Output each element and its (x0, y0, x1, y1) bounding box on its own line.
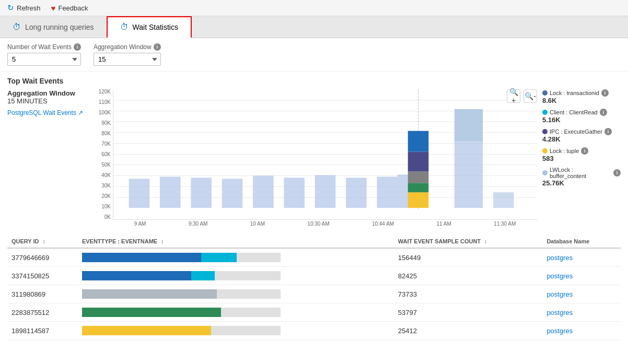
legend-value: 583 (542, 155, 621, 162)
svg-rect-22 (408, 183, 429, 192)
svg-rect-30 (493, 192, 514, 198)
bar-segment (215, 271, 280, 280)
zoom-out-button[interactable]: 🔍- (524, 89, 537, 103)
svg-rect-18 (346, 178, 367, 208)
data-table: QUERY ID ↕ EVENTTYPE : EVENTNAME ↕ WAIT … (7, 235, 621, 340)
wait-count-cell: 82425 (394, 267, 543, 285)
chart-wrapper: Aggregation Window 15 MINUTES PostgreSQL… (7, 89, 621, 227)
wait-count-cell: 156449 (394, 248, 543, 267)
bar-segment (82, 289, 217, 299)
postgresql-wait-events-link[interactable]: PostgreSQL Wait Events ↗ (7, 109, 86, 116)
db-link[interactable]: postgres (546, 254, 573, 262)
bar-segment (191, 271, 215, 280)
legend-name: Lock : tuple i (542, 147, 621, 155)
y-axis-label: 20K (91, 194, 111, 199)
legend-value: 4.28K (542, 135, 621, 143)
eventtype-cell (78, 322, 394, 340)
bar-cell (82, 271, 390, 280)
refresh-label: Refresh (17, 4, 41, 12)
svg-rect-27 (455, 142, 483, 208)
tab-wait-statistics[interactable]: ⏱ Wait Statistics (107, 16, 192, 38)
legend-label: IPC : ExecuteGather (550, 128, 602, 135)
eventtype-cell (78, 248, 394, 267)
col-query-id[interactable]: QUERY ID ↕ (7, 235, 78, 248)
legend-name: Client : ClientRead i (542, 109, 621, 116)
svg-rect-16 (284, 178, 305, 208)
table-row: 311980869 73733 postgres (7, 285, 621, 303)
zoom-in-button[interactable]: 🔍+ (507, 89, 520, 103)
refresh-button[interactable]: ↻ Refresh (7, 3, 41, 13)
chart-zoom-controls: 🔍+ 🔍- (507, 89, 537, 103)
col-eventtype[interactable]: EVENTTYPE : EVENTNAME ↕ (78, 235, 394, 248)
chart-bars: ▲ ▲ (113, 89, 537, 220)
legend-item: Client : ClientRead i 5.16K (542, 109, 621, 124)
svg-rect-14 (222, 179, 243, 208)
y-axis-label: 70K (91, 142, 111, 147)
legend-info-icon: i (601, 89, 609, 97)
db-link[interactable]: postgres (546, 309, 573, 316)
x-label-11am: 11 AM (436, 221, 451, 227)
table-row: 3779646669 156449 postgres (7, 248, 621, 267)
toolbar: ↻ Refresh ♥ Feedback (0, 0, 628, 16)
tab-bar: ⏱ Long running queries ⏱ Wait Statistics (0, 16, 628, 38)
db-link[interactable]: postgres (546, 327, 573, 335)
eventtype-cell (78, 267, 394, 285)
bar-segment (217, 289, 281, 299)
col-db-name: Database Name (542, 235, 621, 248)
feedback-label: Feedback (58, 4, 88, 12)
legend-value: 25.76K (542, 179, 621, 187)
bar-segment (221, 308, 281, 317)
y-axis-label: 80K (91, 131, 111, 136)
x-label-1030am: 10:30 AM (307, 221, 329, 227)
aggregation-info-icon: i (154, 43, 161, 51)
svg-rect-28 (455, 109, 483, 142)
feedback-button[interactable]: ♥ Feedback (51, 4, 88, 13)
legend-label: LWLock : buffer_content (550, 167, 611, 179)
db-link[interactable]: postgres (546, 272, 573, 280)
svg-rect-13 (191, 178, 212, 208)
legend-value: 5.16K (542, 116, 621, 124)
aggregation-select[interactable]: 5 10 15 30 60 (94, 53, 161, 66)
bar-stack (82, 326, 281, 335)
svg-rect-24 (408, 152, 429, 172)
y-axis-label: 10K (91, 204, 111, 209)
db-name-cell: postgres (542, 248, 621, 267)
y-axis-label: 100K (91, 110, 111, 115)
zoom-in-icon: 🔍+ (507, 88, 520, 104)
tab-wait-statistics-label: Wait Statistics (133, 23, 178, 31)
wait-count-cell: 73733 (394, 285, 543, 303)
sort-icon-query-id: ↕ (43, 239, 45, 244)
external-link-icon: ↗ (78, 109, 83, 116)
wait-events-filter: Number of Wait Events i 5 10 15 20 (7, 43, 81, 66)
svg-rect-11 (129, 179, 150, 208)
bar-stack (82, 253, 281, 262)
legend-name: LWLock : buffer_content i (542, 167, 621, 179)
bar-stack (82, 271, 281, 280)
table-row: 1898114587 25412 postgres (7, 322, 621, 340)
svg-rect-23 (408, 171, 429, 183)
legend-info-icon: i (604, 128, 612, 135)
db-name-cell: postgres (542, 267, 621, 285)
y-axis-label: 30K (91, 183, 111, 189)
tab-long-running[interactable]: ⏱ Long running queries (0, 16, 107, 38)
x-label-930am: 9:30 AM (189, 221, 208, 227)
y-axis: 0K10K20K30K40K50K60K70K80K90K100K110K120… (91, 89, 113, 220)
wait-count-cell: 53797 (394, 303, 543, 322)
col-wait-count[interactable]: WAIT EVENT SAMPLE COUNT ↕ (394, 235, 543, 248)
x-label-1044am: 10:44 AM (372, 221, 394, 227)
bar-segment (211, 326, 281, 335)
legend-name: IPC : ExecuteGather i (542, 128, 621, 135)
y-axis-label: 110K (91, 100, 111, 105)
legend-dot (542, 129, 548, 134)
legend-dot (542, 148, 548, 154)
wait-events-select[interactable]: 5 10 15 20 (7, 53, 81, 66)
x-label-10am: 10 AM (250, 221, 265, 227)
aggregation-filter: Aggregation Window i 5 10 15 30 60 (94, 43, 161, 66)
legend-info-icon: i (600, 109, 607, 116)
link-label: PostgreSQL Wait Events (7, 109, 76, 116)
svg-rect-12 (160, 177, 181, 208)
db-link[interactable]: postgres (546, 290, 573, 298)
legend-item: IPC : ExecuteGather i 4.28K (542, 128, 621, 143)
db-name-cell: postgres (542, 303, 621, 322)
legend-dot (542, 110, 548, 115)
